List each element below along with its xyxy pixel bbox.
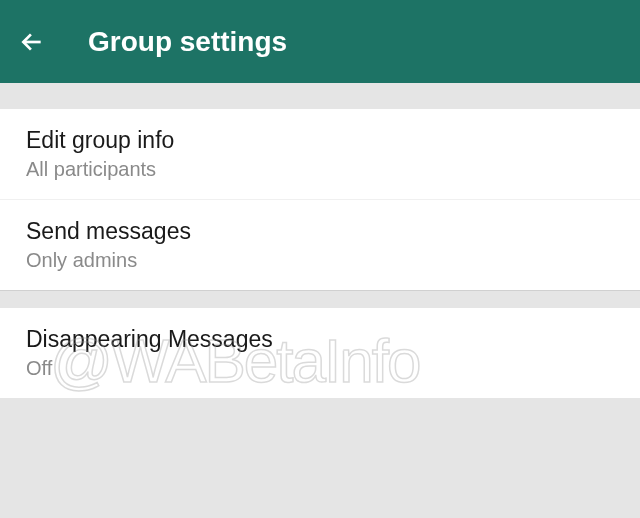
app-header: Group settings (0, 0, 640, 83)
setting-title: Edit group info (26, 127, 614, 154)
spacer (0, 83, 640, 109)
setting-title: Send messages (26, 218, 614, 245)
setting-disappearing-messages[interactable]: Disappearing Messages Off (0, 308, 640, 398)
page-title: Group settings (88, 26, 287, 58)
setting-value: All participants (26, 158, 614, 181)
settings-section-1: Edit group info All participants Send me… (0, 109, 640, 290)
setting-value: Only admins (26, 249, 614, 272)
bottom-spacer (0, 398, 640, 518)
back-arrow-icon[interactable] (18, 28, 46, 56)
setting-send-messages[interactable]: Send messages Only admins (0, 200, 640, 290)
setting-edit-group-info[interactable]: Edit group info All participants (0, 109, 640, 200)
settings-section-2: Disappearing Messages Off (0, 308, 640, 398)
setting-title: Disappearing Messages (26, 326, 614, 353)
section-divider (0, 290, 640, 308)
setting-value: Off (26, 357, 614, 380)
